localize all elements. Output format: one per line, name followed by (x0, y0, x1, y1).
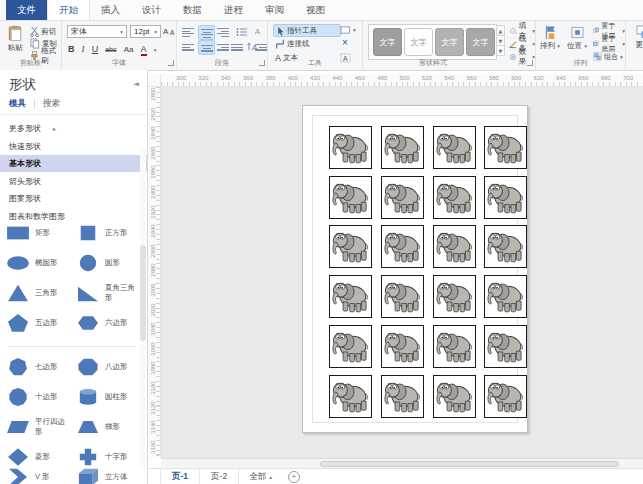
shape-instance-15[interactable] (433, 275, 476, 318)
shape-instance-2[interactable] (381, 126, 424, 169)
shape-instance-16[interactable] (484, 275, 527, 318)
style-gallery-item-1[interactable]: 文字 (373, 28, 402, 56)
italic-button[interactable]: I (82, 44, 85, 54)
shape-item-circle[interactable]: 圆形 (76, 252, 142, 274)
font-dialog-launcher[interactable] (168, 60, 174, 66)
shape-instance-13[interactable] (329, 275, 372, 318)
add-page-button[interactable]: + (288, 471, 300, 483)
shape-instance-14[interactable] (381, 275, 424, 318)
tab-search[interactable]: 搜索 (43, 98, 60, 110)
shape-instance-23[interactable] (433, 375, 476, 418)
ribbon-tab-3[interactable]: 设计 (131, 0, 172, 20)
shape-instance-24[interactable] (484, 375, 527, 418)
ribbon-tab-7[interactable]: 视图 (295, 0, 336, 20)
paragraph-dialog-launcher[interactable] (259, 60, 265, 66)
shape-instance-18[interactable] (381, 325, 424, 368)
align-center-button[interactable] (198, 25, 215, 40)
shape-item-trapezoid[interactable]: 梯形 (76, 416, 142, 438)
shape-item-hexagon[interactable]: 六边形 (76, 312, 142, 334)
panel-scrollbar[interactable] (140, 148, 146, 470)
paste-button[interactable]: 粘贴 (2, 24, 28, 53)
shape-instance-22[interactable] (381, 375, 424, 418)
shape-item-chevron[interactable]: V 形 (6, 466, 72, 484)
style-gallery-item-4[interactable]: 文字 (466, 28, 495, 56)
shape-instance-6[interactable] (381, 176, 424, 219)
shape-instance-20[interactable] (484, 325, 527, 368)
connector-button[interactable]: 连接线 (275, 38, 310, 49)
align-top-button[interactable] (181, 40, 196, 53)
style-gallery-item-2[interactable]: 文字 (404, 28, 433, 56)
connection-point-button[interactable]: × (342, 37, 348, 48)
drawing-page[interactable] (302, 105, 528, 433)
align-left-button[interactable] (181, 25, 196, 38)
cut-button[interactable]: 剪切 (30, 26, 56, 37)
ribbon-tab-1[interactable]: 开始 (47, 0, 90, 20)
change-case-button[interactable]: Aa (124, 45, 134, 54)
shape-item-heptagon[interactable]: 七边形 (6, 356, 72, 378)
shape-item-square[interactable]: 正方形 (76, 222, 142, 244)
shape-instance-5[interactable] (329, 176, 372, 219)
stencil-item-4[interactable]: 箭头形状 (0, 173, 147, 190)
shape-instance-21[interactable] (329, 375, 372, 418)
strikethrough-button[interactable]: abc (105, 46, 116, 53)
bullets-button[interactable] (234, 25, 249, 38)
underline-button[interactable]: U (92, 44, 99, 54)
shape-item-right-triangle[interactable]: 直角三角形 (76, 282, 142, 304)
character-spacing-button[interactable]: A (250, 25, 265, 38)
shape-item-decagon[interactable]: 十边形 (6, 386, 72, 408)
shape-item-rectangle[interactable]: 矩形 (6, 222, 72, 244)
shape-instance-19[interactable] (433, 325, 476, 368)
shrink-font-button[interactable]: A (170, 27, 174, 38)
shape-item-octagon[interactable]: 八边形 (76, 356, 142, 378)
shape-instance-7[interactable] (433, 176, 476, 219)
stencil-item-1[interactable]: 更多形状▸ (0, 120, 147, 137)
shape-item-triangle[interactable]: 三角形 (6, 282, 72, 304)
shape-instance-12[interactable] (484, 225, 527, 268)
page-tab-1[interactable]: 页-1 (160, 469, 200, 484)
font-family-select[interactable]: 宋体 ▾ (67, 25, 127, 38)
gallery-more-icon[interactable]: ▼ (496, 45, 505, 56)
ribbon-tab-2[interactable]: 插入 (90, 0, 131, 20)
align-right-button[interactable] (215, 25, 230, 38)
pointer-tool-button[interactable]: 指针工具 (273, 24, 341, 37)
ribbon-tab-5[interactable]: 进程 (213, 0, 254, 20)
align-middle-button[interactable] (198, 40, 215, 55)
align-button[interactable]: 排列 ▾ (538, 24, 562, 51)
font-size-select[interactable]: 12pt ▾ (130, 25, 161, 38)
shape-instance-17[interactable] (329, 325, 372, 368)
justify-button[interactable] (230, 40, 245, 53)
shape-item-parallelogram[interactable]: 平行四边形 (6, 416, 72, 438)
change-shape-button[interactable]: 更改 (630, 24, 643, 50)
shape-instance-4[interactable] (484, 126, 527, 169)
file-tab[interactable]: 文件 (6, 0, 47, 20)
bold-button[interactable]: B (68, 44, 75, 54)
stencil-item-2[interactable]: 快速形状 (0, 138, 147, 155)
rectangle-tool-button[interactable]: ▾ (340, 24, 356, 35)
shape-instance-3[interactable] (433, 126, 476, 169)
align-bottom-button[interactable] (215, 40, 230, 53)
grow-font-button[interactable]: A (163, 26, 168, 37)
shape-instance-8[interactable] (484, 176, 527, 219)
chevron-down-icon[interactable]: ▾ (154, 47, 157, 53)
page-tab-2[interactable]: 页-2 (200, 469, 239, 484)
stencil-item-5[interactable]: 图案形状 (0, 190, 147, 207)
drawing-canvas[interactable] (161, 87, 643, 458)
shape-instance-9[interactable] (329, 225, 372, 268)
horizontal-scrollbar[interactable] (161, 458, 643, 468)
style-gallery-item-3[interactable]: 文字 (435, 28, 464, 56)
all-pages-button[interactable]: 全部 ▴ (239, 469, 282, 484)
tab-stencils[interactable]: 模具 (9, 98, 26, 110)
scrollbar-thumb[interactable] (320, 461, 619, 467)
indent-button[interactable] (253, 40, 268, 53)
shape-item-cube[interactable]: 立方体 (76, 466, 142, 484)
shape-item-cross[interactable]: 十字形 (76, 446, 142, 468)
shape-item-diamond[interactable]: 菱形 (6, 446, 72, 468)
collapse-panel-icon[interactable]: ◄ (134, 80, 139, 88)
shape-instance-1[interactable] (329, 126, 372, 169)
ribbon-tab-4[interactable]: 数据 (172, 0, 213, 20)
shape-item-ellipse[interactable]: 椭圆形 (6, 252, 72, 274)
stencil-item-3[interactable]: 基本形状 (0, 155, 147, 172)
position-button[interactable]: 位置 ▾ (565, 24, 589, 51)
shape-item-pentagon[interactable]: 五边形 (6, 312, 72, 334)
send-to-back-button[interactable]: 置于底层 ▾ (593, 38, 625, 49)
